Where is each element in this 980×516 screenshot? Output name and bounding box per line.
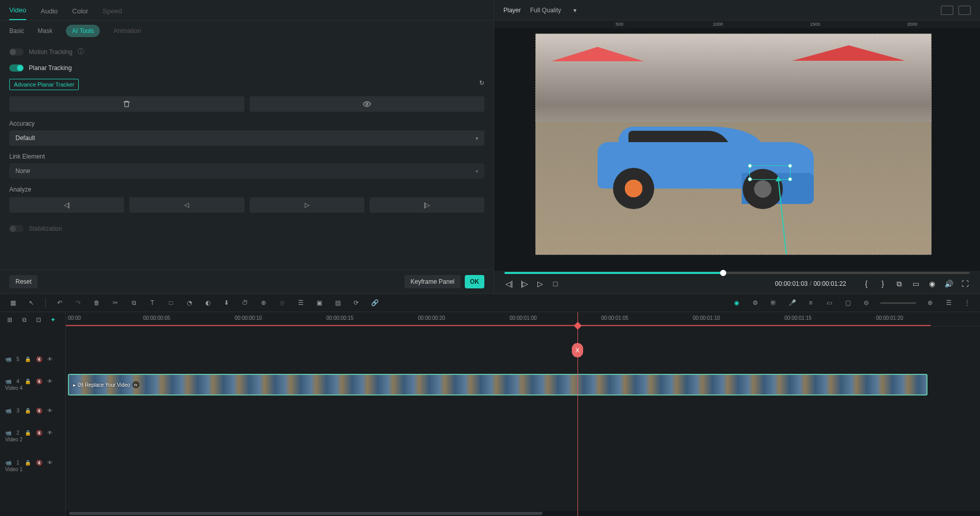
visibility-mask-button[interactable] xyxy=(250,96,485,112)
compare-view-icon[interactable] xyxy=(941,6,953,15)
marker-icon[interactable]: ▢ xyxy=(843,298,852,307)
accuracy-dropdown[interactable]: Default ▾ xyxy=(9,130,484,146)
timeline-scrollbar[interactable] xyxy=(66,511,980,516)
volume-icon[interactable]: 🔊 xyxy=(944,279,953,288)
aspect-icon[interactable]: ⧉ xyxy=(895,279,904,288)
audio-mix-icon[interactable]: ≡ xyxy=(806,298,815,307)
scope-view-icon[interactable] xyxy=(958,6,971,15)
keyframe-panel-button[interactable]: Keyframe Panel xyxy=(405,275,461,288)
auto-ripple-icon[interactable]: ✦ xyxy=(48,315,58,324)
analyze-reverse-button[interactable]: ◁ xyxy=(129,197,244,213)
snapshot-icon[interactable]: ◉ xyxy=(927,279,937,288)
tracker-rect[interactable] xyxy=(749,165,791,180)
settings-icon[interactable]: ⋮ xyxy=(962,298,972,307)
lock-icon[interactable]: 🔒 xyxy=(25,430,31,436)
tab-basic[interactable]: Basic xyxy=(9,27,24,35)
link-element-dropdown[interactable]: None ▾ xyxy=(9,163,484,179)
snap-icon[interactable]: ⊞ xyxy=(5,315,14,324)
quality-dropdown[interactable]: Full Quality ▾ xyxy=(530,7,576,14)
redo-icon[interactable]: ↷ xyxy=(74,298,83,307)
track-row-1[interactable] xyxy=(66,451,980,481)
track-row-3[interactable] xyxy=(66,400,980,421)
group-icon[interactable]: ▣ xyxy=(314,298,324,307)
track-head-2[interactable]: 📹2🔒🔇👁 Video 2 xyxy=(0,421,65,451)
crop-icon[interactable]: ⧉ xyxy=(129,298,138,307)
tab-audio[interactable]: Audio xyxy=(41,7,58,20)
rotate-icon[interactable]: ⟳ xyxy=(352,298,361,307)
mute-icon[interactable]: 🔇 xyxy=(36,408,42,414)
playhead[interactable]: X xyxy=(577,312,578,516)
zoom-out-icon[interactable]: ⊖ xyxy=(862,298,871,307)
select-tool-icon[interactable]: ▦ xyxy=(8,298,18,307)
mask-icon[interactable]: ◔ xyxy=(185,298,194,307)
play-button[interactable]: ▷ xyxy=(535,279,545,288)
link-icon[interactable]: 🔗 xyxy=(370,298,379,307)
zoom-in-icon[interactable]: ⊕ xyxy=(925,298,935,307)
reset-tracker-icon[interactable]: ↻ xyxy=(479,79,484,87)
shape-icon[interactable]: □ xyxy=(166,298,176,307)
analyze-forward-button[interactable]: ▷ xyxy=(250,197,364,213)
analyze-forward-to-end-button[interactable]: |▷ xyxy=(370,197,484,213)
mic-icon[interactable]: 🎤 xyxy=(787,298,797,307)
mark-in-icon[interactable]: { xyxy=(862,279,871,288)
tab-ai-tools[interactable]: AI Tools xyxy=(66,25,100,37)
tab-mask[interactable]: Mask xyxy=(38,27,52,35)
next-frame-button[interactable]: |▷ xyxy=(520,279,529,288)
delete-icon[interactable]: 🗑 xyxy=(92,298,101,307)
visible-icon[interactable]: 👁 xyxy=(47,379,52,384)
text-icon[interactable]: T xyxy=(148,298,157,307)
mute-icon[interactable]: 🔇 xyxy=(36,379,42,384)
playhead-badge[interactable]: X xyxy=(572,343,583,357)
track-head-3[interactable]: 📹3🔒🔇👁 xyxy=(0,400,65,421)
zoom-slider[interactable] xyxy=(880,302,916,304)
lock-icon[interactable]: 🔒 xyxy=(25,460,31,466)
mute-icon[interactable]: 🔇 xyxy=(36,460,42,466)
delete-mask-button[interactable] xyxy=(9,96,244,112)
stop-button[interactable]: □ xyxy=(551,279,560,288)
visible-icon[interactable]: 👁 xyxy=(47,356,52,362)
lock-icon[interactable]: 🔒 xyxy=(25,408,31,414)
list-view-icon[interactable]: ☰ xyxy=(944,298,953,307)
mute-icon[interactable]: 🔇 xyxy=(36,430,42,436)
player-scrubber[interactable] xyxy=(494,271,980,274)
magnet-icon[interactable]: ⊡ xyxy=(34,315,43,324)
auto-icon[interactable]: ⊕ xyxy=(259,298,268,307)
undo-icon[interactable]: ↶ xyxy=(55,298,64,307)
advance-planar-tracker-badge[interactable]: Advance Planar Tracker xyxy=(9,79,79,90)
shield-icon[interactable]: ⛨ xyxy=(769,298,778,307)
mark-out-icon[interactable]: } xyxy=(878,279,887,288)
track-head-5[interactable]: 📹5🔒🔇👁 xyxy=(0,348,65,370)
track-row-2[interactable] xyxy=(66,421,980,451)
track-row-4[interactable]: ▸ 09 Replace Your Video fx xyxy=(66,370,980,400)
render-icon[interactable]: ▭ xyxy=(825,298,834,307)
tab-color[interactable]: Color xyxy=(72,7,88,20)
speed-icon[interactable]: ⏱ xyxy=(240,298,250,307)
gear-icon[interactable]: ⚙ xyxy=(750,298,760,307)
clip-fx-badge[interactable]: fx xyxy=(132,381,139,388)
visible-icon[interactable]: 👁 xyxy=(47,460,52,466)
analyze-reverse-to-start-button[interactable]: ◁| xyxy=(9,197,124,213)
video-clip[interactable]: ▸ 09 Replace Your Video fx xyxy=(68,374,927,395)
adjust-icon[interactable]: ☰ xyxy=(296,298,305,307)
export-frame-icon[interactable]: ⬇ xyxy=(222,298,231,307)
fullscreen-icon[interactable]: ⛶ xyxy=(960,279,970,288)
track-head-1[interactable]: 📹1🔒🔇👁 Video 1 xyxy=(0,451,65,481)
lock-icon[interactable]: 🔒 xyxy=(25,356,31,362)
visible-icon[interactable]: 👁 xyxy=(47,408,52,414)
track-head-4[interactable]: 📹4🔒🔇👁 Video 4 xyxy=(0,370,65,400)
motion-tracking-toggle[interactable] xyxy=(9,48,24,56)
link-tracks-icon[interactable]: ⧉ xyxy=(20,315,29,324)
ok-button[interactable]: OK xyxy=(465,275,484,288)
tracks-area[interactable]: 00:00 00:00:00:05 00:00:00:10 00:00:00:1… xyxy=(66,312,980,516)
color-icon[interactable]: ◎ xyxy=(277,298,287,307)
screen-icon[interactable]: ▭ xyxy=(911,279,920,288)
tab-video[interactable]: Video xyxy=(9,6,26,20)
prev-frame-button[interactable]: ◁| xyxy=(504,279,514,288)
effects-icon[interactable]: ◐ xyxy=(203,298,213,307)
split-icon[interactable]: ✂ xyxy=(111,298,120,307)
pointer-tool-icon[interactable]: ↖ xyxy=(27,298,36,307)
track-row-5[interactable] xyxy=(66,348,980,370)
scrollbar-thumb[interactable] xyxy=(69,512,542,515)
player-canvas[interactable] xyxy=(494,28,980,271)
mute-icon[interactable]: 🔇 xyxy=(36,356,42,362)
